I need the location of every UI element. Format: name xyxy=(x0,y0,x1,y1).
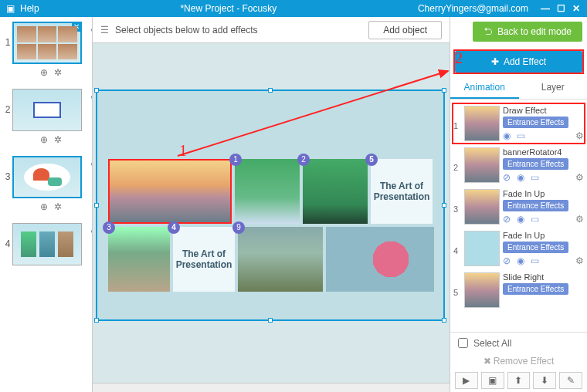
effect-index: 4 xyxy=(453,231,461,255)
maximize-button[interactable]: ☐ xyxy=(555,3,567,14)
gear-icon[interactable]: ⚙ xyxy=(575,172,584,183)
close-button[interactable]: ✕ xyxy=(570,3,582,14)
window-title: *New Project - Focusky xyxy=(39,3,418,14)
seq-badge: 1 xyxy=(229,154,242,166)
horizontal-scrollbar[interactable] xyxy=(93,383,450,392)
gear-icon[interactable]: ✲ xyxy=(54,134,62,145)
effect-title: Fade In Up xyxy=(503,231,584,240)
effect-thumb[interactable] xyxy=(464,147,500,183)
remove-effect-button[interactable]: ✖ Remove Effect xyxy=(455,353,582,369)
eye-icon[interactable]: ◉ xyxy=(517,255,524,266)
add-effect-icon: ✚ xyxy=(491,56,499,67)
toolbar-hint: Select objects below to add effects xyxy=(115,25,362,35)
effect-thumb[interactable] xyxy=(464,189,500,225)
remove-icon: ✖ xyxy=(484,356,491,367)
effect-thumb[interactable] xyxy=(464,231,500,266)
image-object[interactable] xyxy=(108,159,232,224)
present-icon[interactable]: ▭ xyxy=(531,214,539,225)
effect-item[interactable]: 2 bannerRotator4 Entrance Effects ⊘ ◉ ▭ … xyxy=(452,144,585,186)
slide-number: 1 xyxy=(3,22,12,48)
present-icon[interactable]: ▭ xyxy=(531,172,539,183)
image-object[interactable]: 2 xyxy=(303,159,368,224)
slide-number: 3 xyxy=(3,156,12,182)
image-object[interactable]: 1 xyxy=(235,159,300,224)
add-object-button[interactable]: Add object xyxy=(368,21,442,39)
effect-thumb[interactable] xyxy=(464,272,500,308)
title-bar: ▣ Help *New Project - Focusky CherryYing… xyxy=(0,0,587,17)
effect-item[interactable]: 3 1 Draw Effect Entrance Effects ◉ ▭ ⚙ xyxy=(452,103,585,144)
right-panel: ⮌ Back to edit mode 2 ✚ Add Effect Anima… xyxy=(450,17,587,392)
link-icon[interactable]: ⊘ xyxy=(503,172,511,183)
effect-index: 1 xyxy=(453,106,461,130)
canvas[interactable]: 1 2 5 The Art of Presentation 3 4 xyxy=(93,43,450,383)
effect-index: 5 xyxy=(453,272,461,297)
image-object[interactable]: 9 xyxy=(238,227,323,292)
effect-tag[interactable]: Entrance Effects xyxy=(503,242,568,253)
tab-layer[interactable]: Layer xyxy=(519,77,588,99)
effect-tag[interactable]: Entrance Effects xyxy=(503,283,568,295)
more-button[interactable]: ✎ xyxy=(559,372,582,389)
right-footer: Select All ✖ Remove Effect ▶ ▣ ⬆ ⬇ ✎ xyxy=(450,332,587,392)
gear-icon[interactable]: ⚙ xyxy=(575,214,584,225)
slide-thumb[interactable] xyxy=(12,89,82,131)
callout-1: 1 xyxy=(179,142,187,160)
tab-animation[interactable]: Animation xyxy=(450,77,519,99)
image-object[interactable] xyxy=(326,227,434,292)
slide-thumb[interactable] xyxy=(12,223,82,265)
move-up-button[interactable]: ⬆ xyxy=(507,372,531,389)
effect-tag[interactable]: Entrance Effects xyxy=(503,117,568,128)
help-menu[interactable]: Help xyxy=(20,3,39,14)
back-icon: ⮌ xyxy=(484,26,493,37)
effect-title: bannerRotator4 xyxy=(503,147,584,157)
callout-2: 2 xyxy=(455,49,463,67)
eye-icon[interactable]: ◉ xyxy=(517,214,524,225)
select-all-checkbox[interactable]: Select All xyxy=(455,336,582,350)
layers-icon[interactable]: ☰ xyxy=(100,25,109,35)
effect-item[interactable]: 4 Fade In Up Entrance Effects ⊘ ◉ ▭ ⚙ xyxy=(452,228,585,269)
seq-badge: 3 xyxy=(103,221,115,234)
collage: 1 2 5 The Art of Presentation 3 4 xyxy=(108,159,440,292)
slide-panel: 1 ✕ 🔈 🎙 ⊕ ✲ 2 xyxy=(0,17,93,392)
move-down-button[interactable]: ⬇ xyxy=(533,372,556,389)
effects-list: 3 1 Draw Effect Entrance Effects ◉ ▭ ⚙ 2 xyxy=(450,100,587,332)
minimize-button[interactable]: — xyxy=(539,3,551,14)
present-icon[interactable]: ▭ xyxy=(517,130,525,141)
effect-item[interactable]: 5 Slide Right Entrance Effects xyxy=(452,269,585,311)
text-object[interactable]: 4 The Art of Presentation xyxy=(173,227,235,292)
effects-toolbar: ☰ Select objects below to add effects Ad… xyxy=(93,17,450,43)
slide-number: 4 xyxy=(3,223,12,249)
canvas-area: ☰ Select objects below to add effects Ad… xyxy=(93,17,450,392)
gear-icon[interactable]: ✲ xyxy=(54,67,62,78)
add-effect-button[interactable]: ✚ Add Effect xyxy=(455,51,582,73)
gear-icon[interactable]: ⚙ xyxy=(575,130,584,141)
present-icon[interactable]: ▭ xyxy=(531,255,539,266)
effect-index: 2 xyxy=(453,147,461,172)
seq-badge: 5 xyxy=(365,154,378,166)
effect-thumb[interactable] xyxy=(464,106,500,141)
text-object[interactable]: 5 The Art of Presentation xyxy=(371,159,433,224)
seq-badge: 2 xyxy=(297,154,310,166)
link-icon[interactable]: ⊘ xyxy=(503,255,511,266)
play-icon[interactable]: ⊕ xyxy=(40,134,48,145)
image-object[interactable]: 3 xyxy=(108,227,170,292)
seq-badge: 4 xyxy=(168,221,180,234)
effect-item[interactable]: 3 Fade In Up Entrance Effects ⊘ ◉ ▭ ⚙ xyxy=(452,186,585,228)
play-icon[interactable]: ⊕ xyxy=(40,67,48,78)
gear-icon[interactable]: ✲ xyxy=(54,201,62,212)
select-all-input[interactable] xyxy=(458,338,468,348)
slide-thumb[interactable] xyxy=(12,156,82,198)
effect-tag[interactable]: Entrance Effects xyxy=(503,200,568,211)
preview-button[interactable]: ▣ xyxy=(481,372,504,389)
slide-thumb[interactable]: ✕ xyxy=(12,22,82,64)
play-button[interactable]: ▶ xyxy=(455,372,478,389)
slide-number: 2 xyxy=(3,89,12,115)
play-icon[interactable]: ⊕ xyxy=(40,201,48,212)
gear-icon[interactable]: ⚙ xyxy=(575,255,584,266)
effect-title: Slide Right xyxy=(503,272,584,282)
user-email[interactable]: CherryYingers@gmail.com xyxy=(418,3,528,14)
eye-icon[interactable]: ◉ xyxy=(517,172,524,183)
back-to-edit-button[interactable]: ⮌ Back to edit mode xyxy=(473,22,582,42)
eye-icon[interactable]: ◉ xyxy=(503,130,511,141)
effect-tag[interactable]: Entrance Effects xyxy=(503,158,568,170)
link-icon[interactable]: ⊘ xyxy=(503,214,511,225)
